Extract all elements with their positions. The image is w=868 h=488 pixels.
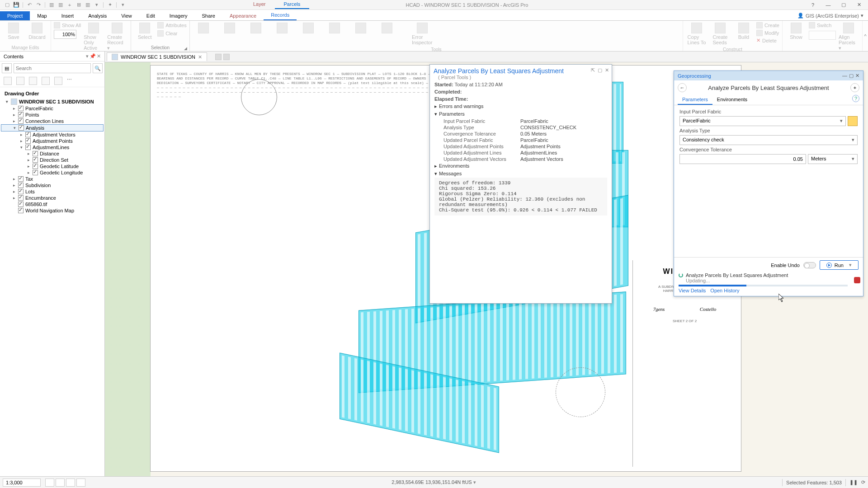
more-toc-icon[interactable]: ⋯ [67, 77, 72, 85]
expand-icon[interactable]: ▾ [5, 99, 9, 104]
delete-button[interactable]: ✕Delete [756, 37, 779, 44]
signin-status[interactable]: 👤 GIS (ArcGIS Enterprise) ▾ [793, 11, 868, 20]
checkbox[interactable] [19, 125, 24, 131]
tab-map[interactable]: Map [30, 11, 54, 20]
close-map-icon[interactable]: ✕ [198, 54, 202, 60]
toc-layer[interactable]: ParcelFabric [25, 106, 53, 111]
tab-insert[interactable]: Insert [54, 11, 81, 20]
close-icon[interactable]: ✕ [852, 0, 866, 9]
browse-icon[interactable] [848, 116, 858, 126]
toc-layer[interactable]: Geodetic Longitude [40, 170, 83, 175]
create-seeds-button[interactable]: Create Seeds [709, 22, 731, 46]
tab-project[interactable]: Project [0, 11, 30, 20]
toc-layer[interactable]: Direction Set [40, 157, 68, 163]
autohide-icon[interactable]: 📌 [90, 53, 96, 59]
tool-icon[interactable] [382, 23, 392, 33]
checkbox[interactable] [25, 132, 31, 137]
create-record-button[interactable]: Create Record ▾ [106, 22, 128, 52]
toc-layer[interactable]: Lots [25, 189, 35, 194]
create-button[interactable]: Create [756, 22, 779, 29]
toc-layer-analysis[interactable]: Analysis [26, 125, 44, 131]
qat-save-icon[interactable]: 💾 [13, 1, 20, 9]
show-only-active-button[interactable]: Show Only Active [83, 22, 104, 52]
checkbox[interactable] [18, 112, 24, 117]
checkbox[interactable] [18, 183, 24, 188]
dock-icon[interactable]: ▢ [598, 67, 602, 73]
pause-draw-icon[interactable]: ❚❚ [849, 479, 858, 485]
add-to-model-icon[interactable]: + [850, 83, 859, 92]
run-button[interactable]: Run▾ [820, 260, 859, 270]
list-by-drawing-icon[interactable] [4, 77, 12, 85]
align-parcels-button[interactable]: Align Parcels ▾ [838, 22, 859, 52]
tolerance-input[interactable] [679, 154, 806, 164]
toc-layer[interactable]: Encumbrance [25, 195, 56, 201]
toc-root[interactable]: WINDROW SEC 1 SUBDIVISION [19, 99, 94, 104]
ctx-tab-layer[interactable]: Layer [244, 0, 275, 9]
qat-icon[interactable]: ▥ [57, 1, 64, 9]
tab-edit[interactable]: Edit [139, 11, 162, 20]
qat-icon[interactable]: ▥ [48, 1, 55, 9]
list-by-selection-icon[interactable] [29, 77, 37, 85]
input-parcel-fabric[interactable]: ParcelFabric [679, 116, 846, 126]
search-icon[interactable]: 🔍 [93, 63, 103, 73]
ctx-tab-parcels[interactable]: Parcels [275, 0, 310, 9]
copy-lines-to-button[interactable]: Copy Lines To [686, 22, 708, 46]
qat-icon[interactable]: ⊞ [75, 1, 82, 9]
popout-icon[interactable]: ⇱ [591, 67, 595, 73]
gp-max-icon[interactable]: ▢ [849, 73, 854, 79]
maximize-icon[interactable]: ▢ [836, 0, 851, 9]
close-results-icon[interactable]: ✕ [605, 67, 609, 73]
list-by-editing-icon[interactable] [42, 77, 50, 85]
qat-open-icon[interactable]: ▢ [4, 1, 11, 9]
collapse-ribbon-icon[interactable]: ^ [863, 21, 868, 51]
list-by-snapping-icon[interactable] [54, 77, 62, 85]
toc-layer[interactable]: AdjustmentLines [33, 145, 69, 150]
tolerance-unit-select[interactable]: Meters [808, 154, 858, 164]
gp-tab-parameters[interactable]: Parameters [678, 95, 712, 105]
cancel-run-icon[interactable] [854, 277, 860, 283]
checkbox[interactable] [18, 106, 24, 111]
search-input[interactable] [14, 63, 91, 73]
gp-close-icon[interactable]: ✕ [855, 73, 859, 79]
open-history-link[interactable]: Open History [710, 288, 739, 293]
toc-layer[interactable]: Adjustment Vectors [33, 132, 75, 137]
sb-tool-icon[interactable] [45, 479, 54, 487]
tool-icon[interactable] [250, 23, 261, 33]
toc-layer[interactable]: Subdivision [25, 183, 51, 188]
back-icon[interactable]: ← [678, 83, 687, 92]
view-details-link[interactable]: View Details [679, 288, 706, 293]
map-view-tab[interactable]: WINDROW SEC 1 SUBDIVISION ✕ [107, 52, 207, 61]
toc-layer[interactable]: Points [25, 112, 39, 117]
env-section[interactable]: ▸Environments [430, 162, 612, 170]
checkbox[interactable] [18, 195, 24, 201]
toc-layer[interactable]: World Navigation Map [25, 208, 74, 213]
tab-imagery[interactable]: Imagery [162, 11, 195, 20]
enable-undo-toggle[interactable] [803, 262, 816, 268]
help-icon[interactable]: ? [806, 0, 820, 9]
qat-undo-icon[interactable]: ↶ [26, 1, 33, 9]
tab-view[interactable]: View [114, 11, 139, 20]
qat-icon[interactable]: + [66, 1, 73, 9]
qat-more-icon[interactable]: ▾ [119, 1, 127, 9]
params-section[interactable]: ▾Parameters [430, 110, 612, 118]
build-button[interactable]: Build [733, 22, 755, 41]
tool-icon[interactable] [224, 23, 235, 33]
checkbox[interactable] [25, 138, 31, 144]
select-button[interactable]: Select [134, 22, 156, 41]
modify-button[interactable]: Modify [756, 29, 779, 37]
toc-layer[interactable]: Geodetic Latitude [40, 164, 79, 169]
messages-section[interactable]: ▾Messages [430, 170, 612, 178]
minimize-icon[interactable]: — [821, 0, 835, 9]
alignment-input[interactable] [809, 31, 836, 40]
refresh-icon[interactable]: ⟳ [861, 479, 865, 485]
tab-records[interactable]: Records [264, 10, 297, 20]
view-tool-icon[interactable] [223, 54, 230, 60]
list-by-source-icon[interactable] [16, 77, 24, 85]
close-pane-icon[interactable]: ✕ [97, 53, 101, 59]
sb-tool-icon[interactable] [56, 479, 65, 487]
qat-redo-icon[interactable]: ↷ [35, 1, 42, 9]
filter-icon[interactable]: ▤ [2, 63, 12, 73]
map-scale[interactable]: 1:3,000 [3, 479, 41, 487]
tab-analysis[interactable]: Analysis [81, 11, 114, 20]
checkbox[interactable] [33, 164, 38, 169]
